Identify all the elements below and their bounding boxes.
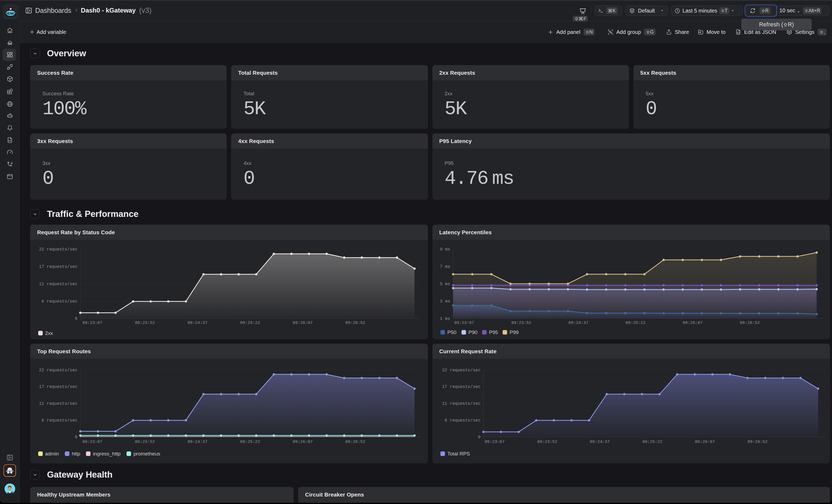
svg-text:09:26:52: 09:26:52 bbox=[747, 440, 767, 444]
svg-text:0: 0 bbox=[75, 316, 77, 321]
svg-text:2xx: 2xx bbox=[45, 330, 53, 336]
svg-text:9 ms: 9 ms bbox=[440, 247, 450, 252]
svg-text:ingress_http: ingress_http bbox=[93, 451, 121, 457]
svg-text:09:23:07: 09:23:07 bbox=[485, 440, 504, 444]
svg-text:0: 0 bbox=[478, 435, 480, 440]
svg-text:0: 0 bbox=[75, 435, 77, 440]
svg-text:3 ms: 3 ms bbox=[440, 299, 450, 304]
svg-text:22 requests/sec: 22 requests/sec bbox=[442, 368, 480, 373]
svg-text:09:24:37: 09:24:37 bbox=[568, 320, 588, 325]
svg-text:P95: P95 bbox=[489, 329, 498, 335]
svg-text:09:25:22: 09:25:22 bbox=[240, 440, 260, 444]
svg-text:P90: P90 bbox=[468, 329, 477, 335]
svg-text:1 ms: 1 ms bbox=[440, 316, 450, 321]
svg-text:P99: P99 bbox=[510, 329, 519, 335]
svg-text:09:26:07: 09:26:07 bbox=[293, 440, 313, 444]
svg-text:22 requests/sec: 22 requests/sec bbox=[39, 368, 77, 373]
svg-text:5 ms: 5 ms bbox=[440, 282, 450, 287]
svg-text:09:26:07: 09:26:07 bbox=[293, 320, 313, 325]
svg-text:6 requests/sec: 6 requests/sec bbox=[444, 418, 480, 423]
svg-text:09:24:37: 09:24:37 bbox=[590, 440, 609, 444]
svg-text:09:26:07: 09:26:07 bbox=[695, 440, 714, 444]
svg-text:6 requests/sec: 6 requests/sec bbox=[42, 418, 77, 423]
svg-text:09:23:07: 09:23:07 bbox=[82, 320, 102, 325]
svg-text:09:23:52: 09:23:52 bbox=[537, 440, 557, 444]
svg-text:09:26:07: 09:26:07 bbox=[682, 320, 702, 325]
svg-text:22 requests/sec: 22 requests/sec bbox=[39, 247, 77, 252]
svg-text:prometheus: prometheus bbox=[133, 451, 160, 456]
svg-text:09:26:52: 09:26:52 bbox=[345, 440, 365, 444]
svg-text:17 requests/sec: 17 requests/sec bbox=[442, 384, 480, 389]
svg-text:17 requests/sec: 17 requests/sec bbox=[39, 384, 77, 389]
svg-text:09:24:37: 09:24:37 bbox=[188, 320, 207, 325]
svg-text:6 requests/sec: 6 requests/sec bbox=[42, 299, 77, 304]
svg-text:DEMO: DEMO bbox=[6, 12, 16, 16]
svg-text:09:23:52: 09:23:52 bbox=[135, 320, 155, 325]
svg-text:09:25:22: 09:25:22 bbox=[625, 320, 645, 325]
svg-text:P50: P50 bbox=[447, 329, 457, 335]
svg-text:7 ms: 7 ms bbox=[440, 264, 450, 269]
svg-text:17 requests/sec: 17 requests/sec bbox=[39, 264, 77, 269]
svg-text:11 requests/sec: 11 requests/sec bbox=[442, 401, 480, 406]
svg-text:Total RPS: Total RPS bbox=[447, 451, 470, 456]
svg-text:09:26:52: 09:26:52 bbox=[345, 320, 365, 325]
svg-text:09:26:52: 09:26:52 bbox=[739, 320, 759, 325]
svg-text:11 requests/sec: 11 requests/sec bbox=[39, 282, 77, 287]
svg-text:11 requests/sec: 11 requests/sec bbox=[39, 401, 77, 406]
svg-text:09:23:07: 09:23:07 bbox=[454, 320, 474, 325]
svg-text:09:23:07: 09:23:07 bbox=[82, 440, 102, 444]
svg-text:09:25:22: 09:25:22 bbox=[642, 440, 662, 444]
svg-text:09:23:52: 09:23:52 bbox=[511, 320, 531, 325]
svg-text:http: http bbox=[72, 451, 80, 456]
svg-text:admin: admin bbox=[45, 451, 59, 456]
svg-text:09:23:52: 09:23:52 bbox=[135, 440, 155, 444]
svg-text:09:25:22: 09:25:22 bbox=[240, 320, 260, 325]
svg-text:09:24:37: 09:24:37 bbox=[188, 440, 207, 444]
